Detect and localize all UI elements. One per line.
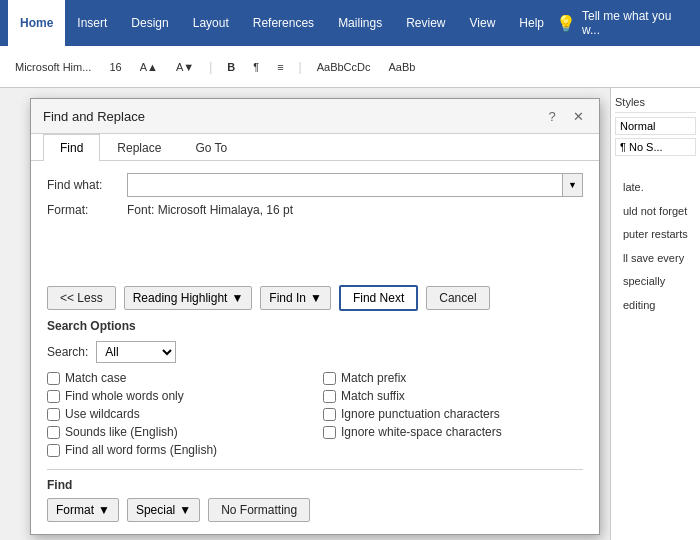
ignore-space-checkbox[interactable] (323, 426, 336, 439)
styles-panel-header: Styles (615, 92, 696, 113)
dialog-help-button[interactable]: ? (543, 107, 561, 125)
tab-layout[interactable]: Layout (181, 0, 241, 46)
reading-highlight-button[interactable]: Reading Highlight ▼ (124, 286, 253, 310)
format-row: Format: Font: Microsoft Himalaya, 16 pt (47, 203, 583, 217)
whole-words-label[interactable]: Find whole words only (65, 389, 184, 403)
doc-area: Find and Replace ? ✕ Find Replace Go To … (0, 88, 610, 540)
less-button[interactable]: << Less (47, 286, 116, 310)
doc-line-5: specially (615, 270, 696, 294)
match-prefix-checkbox[interactable] (323, 372, 336, 385)
bottom-find-label: Find (47, 478, 583, 492)
checkboxes-grid: Match case Match prefix Find whole words… (47, 371, 583, 457)
toolbar-row: Microsoft Him... 16 A▲ A▼ | B ¶ ≡ | AaBb… (0, 46, 700, 88)
match-suffix-label[interactable]: Match suffix (341, 389, 405, 403)
find-what-input[interactable] (128, 174, 562, 196)
lightbulb-icon: 💡 (556, 14, 576, 33)
match-prefix-label[interactable]: Match prefix (341, 371, 406, 385)
grow-font-button[interactable]: A▲ (133, 58, 165, 76)
tab-design[interactable]: Design (119, 0, 180, 46)
all-forms-label[interactable]: Find all word forms (English) (65, 443, 217, 457)
search-options-label: Search Options (47, 319, 583, 333)
bottom-section: Find Format ▼ Special ▼ No Formatting (47, 469, 583, 522)
tell-me-text[interactable]: Tell me what you w... (582, 9, 692, 37)
style-normal[interactable]: AaBbCcDc (310, 58, 378, 76)
tab-review[interactable]: Review (394, 0, 457, 46)
style-no-spacing[interactable]: AaBb (381, 58, 422, 76)
dialog-controls: ? ✕ (543, 107, 587, 125)
wildcards-checkbox[interactable] (47, 408, 60, 421)
search-row: Search: All Up Down (47, 341, 583, 363)
tab-home[interactable]: Home (8, 0, 65, 46)
match-suffix-row: Match suffix (323, 389, 583, 403)
match-case-row: Match case (47, 371, 307, 385)
bold-button[interactable]: B (220, 58, 242, 76)
styles-panel: Styles Normal ¶ No S... late. uld not fo… (610, 88, 700, 540)
tab-help[interactable]: Help (507, 0, 556, 46)
ribbon-tabs: Home Insert Design Layout References Mai… (8, 0, 556, 46)
ignore-punct-label[interactable]: Ignore punctuation characters (341, 407, 500, 421)
format-dropdown-arrow-icon: ▼ (98, 503, 110, 517)
doc-line-4: ll save every (615, 247, 696, 271)
main-area: Find and Replace ? ✕ Find Replace Go To … (0, 88, 700, 540)
match-case-checkbox[interactable] (47, 372, 60, 385)
dialog-close-button[interactable]: ✕ (569, 107, 587, 125)
wildcards-row: Use wildcards (47, 407, 307, 421)
paragraph-button[interactable]: ¶ (246, 58, 266, 76)
whole-words-checkbox[interactable] (47, 390, 60, 403)
no-formatting-button[interactable]: No Formatting (208, 498, 310, 522)
ignore-space-label[interactable]: Ignore white-space characters (341, 425, 502, 439)
tab-mailings[interactable]: Mailings (326, 0, 394, 46)
format-button[interactable]: Format ▼ (47, 498, 119, 522)
find-next-button[interactable]: Find Next (339, 285, 418, 311)
search-select[interactable]: All Up Down (96, 341, 176, 363)
find-replace-dialog: Find and Replace ? ✕ Find Replace Go To … (30, 98, 600, 535)
dropdown-arrow-icon2: ▼ (310, 291, 322, 305)
dialog-body: Find what: ▼ Format: Font: Microsoft Him… (31, 161, 599, 534)
tab-references[interactable]: References (241, 0, 326, 46)
find-in-button[interactable]: Find In ▼ (260, 286, 331, 310)
find-what-row: Find what: ▼ (47, 173, 583, 197)
cancel-button[interactable]: Cancel (426, 286, 489, 310)
font-name-dropdown[interactable]: Microsoft Him... (8, 58, 98, 76)
special-button[interactable]: Special ▼ (127, 498, 200, 522)
doc-snippet: late. uld not forget puter restarts ll s… (615, 176, 696, 318)
action-buttons-row: << Less Reading Highlight ▼ Find In ▼ Fi… (47, 285, 583, 311)
sounds-like-row: Sounds like (English) (47, 425, 307, 439)
find-what-dropdown-btn[interactable]: ▼ (562, 174, 582, 196)
sounds-like-label[interactable]: Sounds like (English) (65, 425, 178, 439)
align-button[interactable]: ≡ (270, 58, 290, 76)
tab-find[interactable]: Find (43, 134, 100, 161)
ribbon: Home Insert Design Layout References Mai… (0, 0, 700, 46)
doc-line-6: editing (615, 294, 696, 318)
dialog-title-bar: Find and Replace ? ✕ (31, 99, 599, 134)
font-size-dropdown[interactable]: 16 (102, 58, 128, 76)
spacer (47, 225, 583, 285)
doc-right-text: late. uld not forget puter restarts ll s… (615, 176, 696, 318)
tab-insert[interactable]: Insert (65, 0, 119, 46)
match-suffix-checkbox[interactable] (323, 390, 336, 403)
tab-view[interactable]: View (458, 0, 508, 46)
match-case-label[interactable]: Match case (65, 371, 126, 385)
wildcards-label[interactable]: Use wildcards (65, 407, 140, 421)
style-item-no-spacing[interactable]: ¶ No S... (615, 138, 696, 156)
tab-goto[interactable]: Go To (178, 134, 244, 161)
format-value: Font: Microsoft Himalaya, 16 pt (127, 203, 293, 217)
style-item-normal[interactable]: Normal (615, 117, 696, 135)
bottom-btn-row: Format ▼ Special ▼ No Formatting (47, 498, 583, 522)
ignore-punct-row: Ignore punctuation characters (323, 407, 583, 421)
tab-replace[interactable]: Replace (100, 134, 178, 161)
match-prefix-row: Match prefix (323, 371, 583, 385)
ribbon-right: 💡 Tell me what you w... (556, 9, 692, 37)
all-forms-row: Find all word forms (English) (47, 443, 307, 457)
whole-words-row: Find whole words only (47, 389, 307, 403)
format-label: Format: (47, 203, 127, 217)
all-forms-checkbox[interactable] (47, 444, 60, 457)
shrink-font-button[interactable]: A▼ (169, 58, 201, 76)
ignore-space-row: Ignore white-space characters (323, 425, 583, 439)
find-what-input-wrap: ▼ (127, 173, 583, 197)
ignore-punct-checkbox[interactable] (323, 408, 336, 421)
find-what-label: Find what: (47, 178, 127, 192)
doc-line-2: uld not forget (615, 200, 696, 224)
sounds-like-checkbox[interactable] (47, 426, 60, 439)
dialog-tabs: Find Replace Go To (31, 134, 599, 161)
